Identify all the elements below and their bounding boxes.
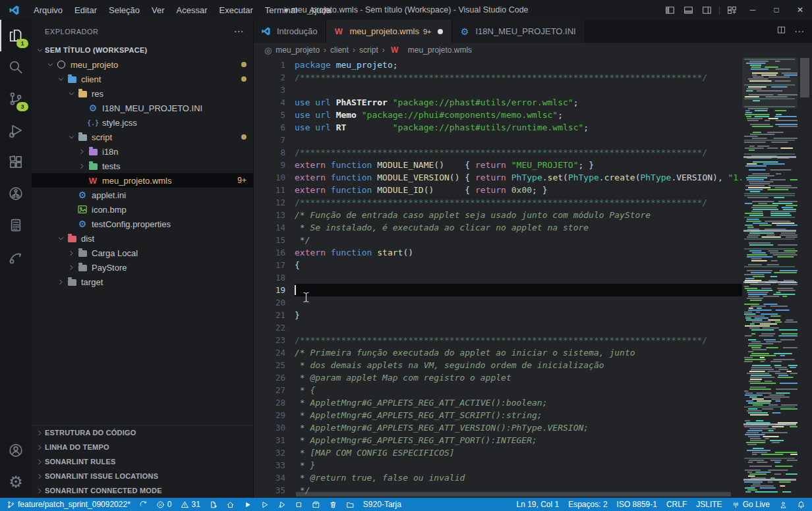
code-line-28[interactable]: 28 * AppletMngr#G_APPLETS_REG_ATT_ACTIVE… — [254, 396, 742, 409]
line-number[interactable]: 12 — [254, 196, 295, 209]
breadcrumb-script[interactable]: script — [359, 45, 378, 55]
tree-item-tests[interactable]: tests — [32, 159, 253, 173]
line-number[interactable]: 18 — [254, 271, 295, 284]
tree-item-i18n[interactable]: i18n — [32, 144, 253, 159]
code-line-18[interactable]: 18 — [254, 271, 742, 284]
code-line-20[interactable]: 20 — [254, 296, 742, 309]
code-line-16[interactable]: 16 extern function start() — [254, 246, 742, 259]
section-sonarlint-issue-locations[interactable]: SONARLINT ISSUE LOCATIONS — [32, 469, 253, 483]
line-number[interactable]: 32 — [254, 446, 295, 459]
breadcrumb-meu-projeto[interactable]: meu_projeto — [276, 45, 320, 55]
code-line-3[interactable]: 3 — [254, 84, 742, 96]
code-line-14[interactable]: 14 * Se instalado, é executada ao clicar… — [254, 221, 742, 234]
status-run-secondary[interactable] — [260, 500, 269, 509]
code-line-11[interactable]: 11 extern function MODULE_ID() { return … — [254, 184, 742, 196]
tree-item-res[interactable]: res — [32, 86, 253, 101]
code-line-31[interactable]: 31 * AppletMngr#G_APPLETS_REG_ATT_PORT()… — [254, 434, 742, 446]
status-folder[interactable] — [346, 500, 355, 509]
toggle-panel-icon[interactable] — [680, 0, 698, 20]
tree-item-i18n-meu-projeto-ini[interactable]: ⚙ I18N_MEU_PROJETO.INI — [32, 101, 253, 115]
line-number[interactable]: 33 — [254, 459, 295, 471]
activity-explorer[interactable]: 1 — [0, 20, 32, 51]
line-number[interactable]: 24 — [254, 346, 295, 359]
code-line-6[interactable]: 6 use url RT "package://phast#utils/runt… — [254, 121, 742, 134]
more-editor-actions-icon[interactable]: ⋯ — [794, 26, 804, 38]
line-number[interactable]: 8 — [254, 146, 295, 159]
code-line-7[interactable]: 7 — [254, 134, 742, 146]
line-number[interactable]: 20 — [254, 296, 295, 309]
activity-git-graph[interactable] — [0, 178, 32, 209]
status-git-branch[interactable]: feature/patch_sprint_09092022* — [7, 500, 130, 509]
status-indentation[interactable]: Espaços: 2 — [568, 500, 607, 509]
status-feedback[interactable] — [779, 500, 788, 509]
line-number[interactable]: 4 — [254, 96, 295, 109]
line-number[interactable]: 6 — [254, 121, 295, 134]
status-encoding[interactable]: ISO 8859-1 — [617, 500, 657, 509]
status-eol[interactable]: CRLF — [666, 500, 687, 509]
status-language-mode[interactable]: JSLITE — [696, 500, 722, 509]
code-line-13[interactable]: 13 /* Função de entrada caso applet seja… — [254, 209, 742, 221]
code-line-24[interactable]: 24 /* Primeira função executada do apple… — [254, 346, 742, 359]
code-line-21[interactable]: 21 } — [254, 309, 742, 321]
line-number[interactable]: 5 — [254, 109, 295, 121]
activity-gitlens[interactable] — [0, 241, 32, 273]
activity-source-control[interactable]: 3 — [0, 83, 32, 115]
code-line-34[interactable]: 34 * @return true, false ou invalid — [254, 471, 742, 484]
code-line-5[interactable]: 5 use url Memo "package://phui#component… — [254, 109, 742, 121]
tree-item-meu-projeto[interactable]: meu_projeto — [32, 57, 253, 72]
code-line-30[interactable]: 30 * AppletMngr#G_APPLETS_REG_ATT_VERSIO… — [254, 421, 742, 434]
activity-run-and-debug[interactable] — [0, 115, 32, 146]
tab-introducao[interactable]: Introdução — [254, 20, 326, 43]
line-number[interactable]: 17 — [254, 259, 295, 271]
status-notifications[interactable] — [797, 500, 805, 509]
line-number[interactable]: 7 — [254, 134, 295, 146]
section-linha-do-tempo[interactable]: LINHA DO TEMPO — [32, 440, 253, 454]
menu-acessar[interactable]: Acessar — [171, 3, 214, 17]
more-actions-icon[interactable]: ⋯ — [234, 26, 245, 38]
status-go-live[interactable]: Go Live — [732, 500, 770, 509]
scrollbar-thumb[interactable] — [800, 58, 809, 97]
code-line-2[interactable]: 2 /*************************************… — [254, 71, 742, 84]
code-line-8[interactable]: 8 /*************************************… — [254, 146, 742, 159]
status-sync[interactable] — [139, 500, 148, 509]
code-line-4[interactable]: 4 use url PhASTError "package://phast#ut… — [254, 96, 742, 109]
status-errors[interactable]: 0 — [156, 500, 172, 509]
line-number[interactable]: 35 — [254, 484, 295, 497]
line-number[interactable]: 10 — [254, 171, 295, 184]
section-sonarlint-connected-mode[interactable]: SONARLINT CONNECTED MODE — [32, 483, 253, 498]
split-editor-icon[interactable] — [776, 25, 786, 38]
line-number[interactable]: 21 — [254, 309, 295, 321]
code-line-23[interactable]: 23 /************************************… — [254, 334, 742, 346]
minimap-slider[interactable] — [742, 57, 798, 109]
line-number[interactable]: 3 — [254, 84, 295, 96]
line-number[interactable]: 11 — [254, 184, 295, 196]
activity-manage[interactable]: ⚙ — [0, 466, 32, 498]
line-number[interactable]: 27 — [254, 384, 295, 396]
tree-item-script[interactable]: script — [32, 130, 253, 144]
code-line-27[interactable]: 27 * { — [254, 384, 742, 396]
code-line-10[interactable]: 10 extern function MODULE_VERSION() { re… — [254, 171, 742, 184]
tree-item-target[interactable]: target — [32, 275, 253, 289]
tree-item-paystore[interactable]: PayStore — [32, 260, 253, 275]
status-package[interactable] — [312, 500, 320, 509]
activity-sonarlint[interactable] — [0, 209, 32, 241]
code-line-9[interactable]: 9 extern function MODULE_NAME() { return… — [254, 159, 742, 171]
status-debug-alt[interactable] — [277, 500, 286, 509]
maximize-button[interactable]: □ — [765, 0, 788, 20]
line-number[interactable]: 1 — [254, 59, 295, 71]
line-number[interactable]: 13 — [254, 209, 295, 221]
line-number[interactable]: 19 — [254, 284, 295, 296]
close-button[interactable]: ✕ — [788, 0, 812, 20]
tab-meu-projeto-wmls[interactable]: W meu_projeto.wmls 9+ — [326, 20, 452, 43]
tab-i18n-meu-projeto-ini[interactable]: ⚙ I18N_MEU_PROJETO.INI — [452, 20, 585, 43]
toggle-primary-sidebar-icon[interactable] — [661, 0, 680, 20]
status-stop[interactable] — [295, 500, 303, 509]
section-sonarlint-rules[interactable]: SONARLINT RULES — [32, 454, 253, 469]
menu-selecao[interactable]: Seleção — [103, 3, 146, 17]
tree-item-icon-bmp[interactable]: icon.bmp — [32, 202, 253, 217]
code-line-33[interactable]: 33 * } — [254, 459, 742, 471]
toggle-secondary-sidebar-icon[interactable] — [698, 0, 716, 20]
line-number[interactable]: 23 — [254, 334, 295, 346]
line-number[interactable]: 15 — [254, 234, 295, 246]
minimap[interactable] — [742, 57, 798, 498]
